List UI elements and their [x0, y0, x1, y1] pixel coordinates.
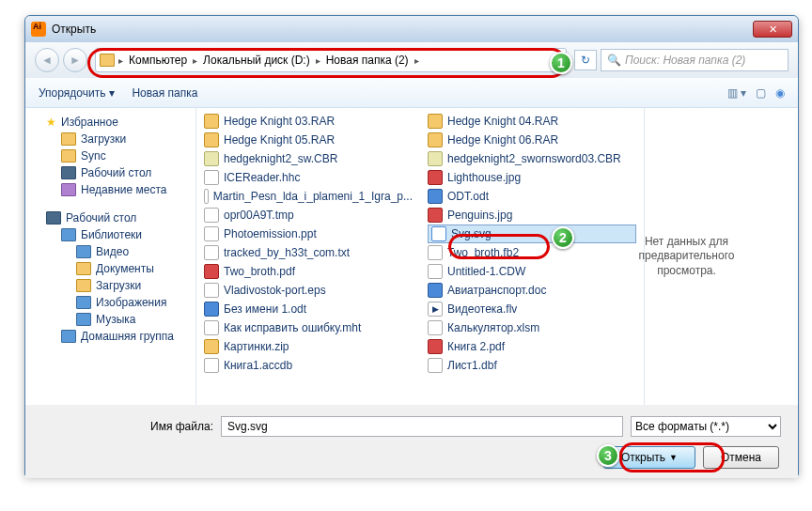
sidebar-desktop[interactable]: Рабочий стол — [29, 164, 192, 181]
sidebar-downloads2[interactable]: Загрузки — [29, 277, 192, 294]
sidebar-documents[interactable]: Документы — [29, 260, 192, 277]
chevron-right-icon: ▸ — [316, 55, 320, 66]
file-item[interactable]: Lighthouse.jpg — [428, 168, 636, 187]
file-list[interactable]: Hedge Knight 03.RAR Hedge Knight 05.RAR … — [196, 108, 798, 405]
file-item[interactable]: Картинки.zip — [204, 337, 413, 356]
xlsm-icon — [428, 320, 443, 335]
sidebar-downloads[interactable]: Загрузки — [29, 131, 192, 147]
view-button[interactable]: ▥ ▾ — [727, 86, 746, 100]
file-item[interactable]: Как исправить ошибку.mht — [204, 318, 413, 337]
close-button[interactable]: ✕ — [753, 21, 792, 38]
file-item-selected[interactable]: Svg.svg — [428, 225, 636, 243]
annotation-marker-3: 3 — [597, 444, 619, 467]
sidebar-sync[interactable]: Sync — [29, 147, 192, 164]
file-item[interactable]: ODT.odt — [428, 187, 636, 206]
pictures-icon — [76, 296, 91, 309]
sidebar-favorites[interactable]: ★Избранное — [29, 114, 192, 131]
annotation-marker-1: 1 — [550, 52, 572, 74]
file-item[interactable]: Hedge Knight 06.RAR — [428, 131, 636, 149]
breadcrumb-segment[interactable]: Новая папка (2) — [324, 54, 411, 67]
breadcrumb-segment[interactable]: Компьютер — [127, 54, 189, 67]
sidebar-pictures[interactable]: Изображения — [29, 294, 192, 311]
odt-icon — [204, 302, 219, 317]
search-input[interactable]: 🔍 Поиск: Новая папка (2) — [601, 49, 789, 71]
txt-icon — [204, 245, 219, 260]
music-icon — [76, 313, 91, 326]
search-icon: 🔍 — [607, 54, 621, 67]
sidebar-homegroup[interactable]: Домашняя группа — [29, 328, 192, 345]
sidebar-recent[interactable]: Недавние места — [29, 181, 192, 198]
breadcrumb-segment[interactable]: Локальный диск (D:) — [201, 54, 312, 67]
nav-bar: ◄ ► ▸ Компьютер ▸ Локальный диск (D:) ▸ … — [25, 42, 798, 78]
file-item[interactable]: Книга1.accdb — [204, 356, 413, 375]
star-icon: ★ — [46, 116, 56, 129]
filetype-select[interactable]: Все форматы (*.*) — [631, 416, 781, 437]
rar-icon — [428, 132, 443, 147]
filename-input[interactable] — [221, 416, 623, 437]
file-item[interactable]: Two_broth.pdf — [204, 262, 413, 281]
file-item[interactable]: Калькулятор.xlsm — [428, 318, 636, 337]
file-item[interactable]: Hedge Knight 05.RAR — [204, 131, 413, 149]
file-item[interactable]: tracked_by_h33t_com.txt — [204, 243, 413, 262]
dialog-title: Открыть — [52, 23, 96, 36]
organize-menu[interactable]: Упорядочить ▾ — [39, 86, 115, 100]
file-item[interactable]: Martin_Pesn_lda_i_plameni_1_Igra_p... — [204, 187, 413, 206]
back-button[interactable]: ◄ — [35, 48, 59, 72]
folder-icon — [61, 132, 76, 146]
cancel-button[interactable]: Отмена — [703, 446, 779, 469]
file-item[interactable]: Hedge Knight 03.RAR — [204, 112, 413, 131]
chevron-right-icon: ▸ — [414, 55, 419, 66]
pdf-icon — [428, 339, 443, 354]
file-item[interactable]: Лист1.dbf — [428, 356, 636, 375]
desktop-icon — [46, 211, 61, 225]
folder-icon — [76, 279, 91, 292]
file-item[interactable]: Two_broth.fb2 — [428, 243, 636, 262]
file-item[interactable]: ▶Видеотека.flv — [428, 300, 636, 318]
new-folder-button[interactable]: Новая папка — [132, 86, 197, 100]
file-item[interactable]: Vladivostok-port.eps — [204, 281, 413, 300]
file-item[interactable]: Hedge Knight 04.RAR — [428, 112, 636, 131]
file-item[interactable]: Авиатранспорт.doc — [428, 281, 636, 300]
cbr-icon — [204, 151, 219, 166]
sidebar-music[interactable]: Музыка — [29, 311, 192, 328]
jpg-icon — [428, 208, 443, 223]
refresh-button[interactable]: ↻ — [574, 50, 597, 70]
sidebar-desktop2[interactable]: Рабочий стол — [29, 209, 192, 226]
search-placeholder: Поиск: Новая папка (2) — [625, 54, 745, 67]
folder-icon — [61, 149, 76, 163]
file-item[interactable]: Книга 2.pdf — [428, 337, 636, 356]
breadcrumb[interactable]: ▸ Компьютер ▸ Локальный диск (D:) ▸ Нова… — [95, 48, 567, 72]
file-item[interactable]: Untitled-1.CDW — [428, 262, 636, 281]
file-icon — [204, 170, 219, 185]
folder-icon — [100, 54, 115, 67]
file-item[interactable]: Без имени 1.odt — [204, 300, 413, 318]
video-icon — [76, 245, 91, 258]
file-item[interactable]: ICEReader.hhc — [204, 168, 413, 187]
sidebar-libraries[interactable]: Библиотеки — [29, 226, 192, 243]
forward-button[interactable]: ► — [63, 48, 87, 72]
recent-icon — [61, 183, 76, 196]
pdf-icon — [204, 264, 219, 279]
preview-pane-button[interactable]: ▢ — [756, 86, 766, 100]
rar-icon — [204, 132, 219, 147]
file-item[interactable]: hedgeknight2_swornsword03.CBR — [428, 149, 636, 168]
file-item[interactable]: hedgeknight2_sw.CBR — [204, 149, 413, 168]
sidebar: ★Избранное Загрузки Sync Рабочий стол Не… — [25, 108, 196, 405]
flv-icon: ▶ — [428, 302, 443, 317]
dbf-icon — [428, 358, 443, 373]
file-item[interactable]: Penguins.jpg — [428, 206, 636, 225]
eps-icon — [204, 283, 219, 298]
zip-icon — [204, 339, 219, 354]
desktop-icon — [61, 166, 76, 179]
chevron-right-icon: ▸ — [118, 55, 123, 66]
file-item[interactable]: Photoemission.ppt — [204, 225, 413, 243]
file-item[interactable]: opr00A9T.tmp — [204, 206, 413, 225]
sidebar-video[interactable]: Видео — [29, 243, 192, 260]
chevron-right-icon: ▸ — [193, 55, 197, 66]
cbr-icon — [428, 151, 443, 166]
bottom-panel: Имя файла: Все форматы (*.*) Открыть ▼ О… — [25, 405, 798, 478]
file-icon — [204, 189, 209, 204]
preview-pane: Нет данных для предварительного просмотр… — [644, 108, 728, 405]
help-button[interactable]: ◉ — [775, 86, 785, 100]
homegroup-icon — [61, 330, 76, 343]
